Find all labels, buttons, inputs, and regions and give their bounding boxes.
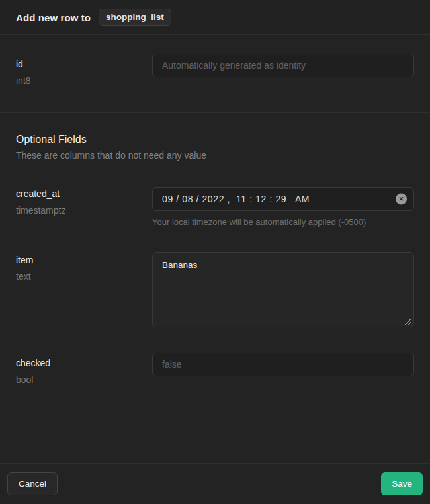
section-title: Optional Fields <box>16 134 414 146</box>
field-name-item: item <box>16 255 152 265</box>
field-row-checked: checked bool <box>0 353 430 385</box>
field-row-id: id int8 <box>0 35 430 113</box>
field-row-created-at: created_at timestamptz ✕ Your local time… <box>0 187 430 227</box>
checked-input[interactable] <box>152 353 414 376</box>
field-type-id: int8 <box>16 75 152 86</box>
item-textarea-wrap: Bananas <box>152 252 414 327</box>
field-label-checked: checked bool <box>16 353 152 385</box>
datetime-input-wrap: ✕ <box>152 187 414 211</box>
created-at-datetime-input[interactable] <box>152 187 414 211</box>
panel-content: id int8 Optional Fields These are column… <box>0 35 430 463</box>
clear-datetime-icon[interactable]: ✕ <box>396 194 407 205</box>
field-type-checked: bool <box>16 374 152 385</box>
field-control-id <box>152 54 414 77</box>
field-name-created-at: created_at <box>16 189 152 199</box>
table-name-badge: shopping_list <box>99 9 171 26</box>
cancel-button[interactable]: Cancel <box>7 472 58 496</box>
field-type-item: text <box>16 271 152 282</box>
field-control-checked <box>152 353 414 376</box>
field-row-item: item text Bananas <box>0 252 430 327</box>
field-control-created-at: ✕ Your local timezone will be automatica… <box>152 187 414 227</box>
field-type-created-at: timestamptz <box>16 205 152 216</box>
field-label-item: item text <box>16 252 152 282</box>
panel-title: Add new row to <box>16 12 91 23</box>
save-button[interactable]: Save <box>381 472 423 496</box>
id-input[interactable] <box>152 54 414 77</box>
field-label-id: id int8 <box>16 54 152 86</box>
panel-header: Add new row to shopping_list <box>0 0 430 35</box>
item-textarea[interactable]: Bananas <box>152 252 414 327</box>
field-name-id: id <box>16 59 152 69</box>
timezone-helper-text: Your local timezone will be automaticall… <box>152 217 414 227</box>
add-row-panel: Add new row to shopping_list id int8 Opt… <box>0 0 430 504</box>
field-name-checked: checked <box>16 358 152 368</box>
panel-footer: Cancel Save <box>0 463 430 504</box>
section-subtitle: These are columns that do not need any v… <box>16 150 414 161</box>
optional-fields-section-header: Optional Fields These are columns that d… <box>0 113 430 161</box>
field-control-item: Bananas <box>152 252 414 327</box>
field-label-created-at: created_at timestamptz <box>16 187 152 216</box>
